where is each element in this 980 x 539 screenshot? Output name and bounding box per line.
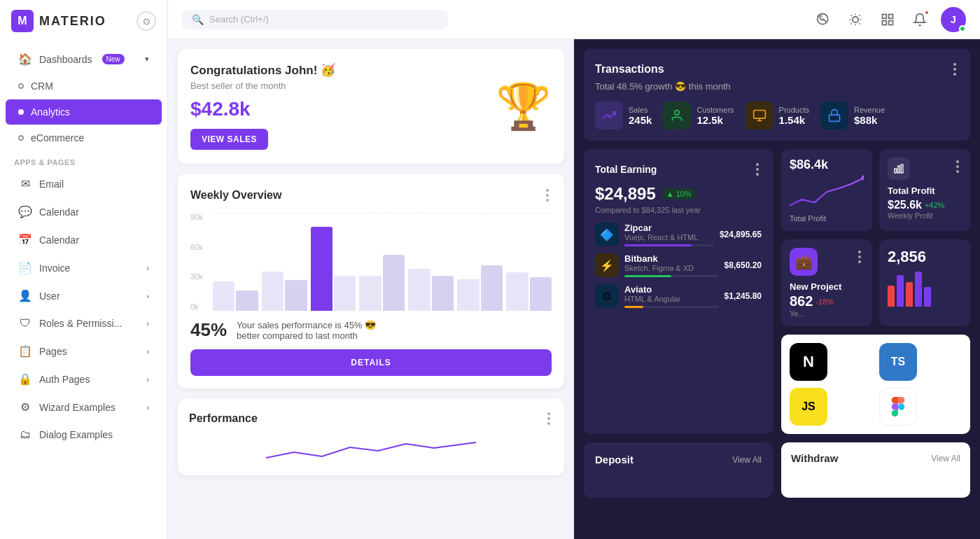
revenue-label: Revenue: [854, 106, 885, 114]
more-options-button[interactable]: [855, 248, 864, 266]
sidebar-item-dashboards[interactable]: 🏠 Dashboards New ▾: [6, 46, 162, 73]
performance-card: Performance: [178, 398, 564, 475]
sidebar-collapse-button[interactable]: ⊙: [136, 11, 156, 31]
sidebar-item-calendar[interactable]: 📅 Calendar: [6, 226, 162, 253]
mini-bar: [906, 282, 913, 307]
translate-icon[interactable]: [812, 8, 834, 31]
performance-content: [189, 436, 553, 464]
sidebar-item-dialog[interactable]: 🗂 Dialog Examples: [6, 421, 162, 448]
revenue-stat-text: Revenue $88k: [854, 106, 885, 126]
sidebar-item-label: Analytics: [31, 106, 70, 118]
customers-label: Customers: [696, 106, 734, 114]
tech-logos-card: N TS JS: [781, 335, 970, 434]
zipcar-progress-bg: [624, 244, 714, 246]
sidebar-item-pages[interactable]: 📋 Pages ›: [6, 337, 162, 365]
sidebar-item-chat[interactable]: 💬 Calendar: [6, 198, 162, 225]
sidebar-item-crm[interactable]: CRM: [6, 74, 162, 99]
profit-amount: $25.6k: [888, 199, 922, 211]
deposit-view-all[interactable]: View All: [732, 455, 762, 465]
earning-amount: $24,895: [595, 184, 656, 204]
bar-group-6: [457, 265, 503, 311]
sidebar-item-ecommerce[interactable]: eCommerce: [6, 125, 162, 150]
profit-amount-row: $25.6k +42%: [888, 199, 962, 211]
next-logo: N: [790, 343, 827, 381]
grid-icon[interactable]: [876, 8, 899, 31]
svg-rect-11: [901, 164, 903, 173]
new-project-card: 💼 New Project 862 -18% Ye...: [781, 239, 872, 326]
sidebar-item-email[interactable]: ✉ Email: [6, 170, 162, 197]
bar-light-2: [383, 255, 405, 311]
chevron-right-icon: ›: [146, 292, 149, 300]
sidebar-item-label: Dashboards: [39, 54, 92, 65]
sidebar-item-invoice[interactable]: 📄 Invoice ›: [6, 254, 162, 281]
profit-title: Total Profit: [888, 186, 962, 196]
customers-icon-box: [663, 102, 691, 130]
bell-icon[interactable]: [909, 8, 931, 31]
withdraw-view-all[interactable]: View All: [931, 454, 960, 463]
bitbank-sub: Sketch, Figma & XD: [624, 264, 719, 272]
bar-group-2: [262, 272, 307, 311]
project-number-row: 💼 New Project 862 -18% Ye...: [781, 239, 970, 326]
invoice-icon: 📄: [18, 261, 32, 274]
chevron-right-icon: ›: [146, 319, 149, 328]
total-earning-card: Total Earning $24,895 ▲ 10% Compared to …: [584, 149, 773, 434]
svg-rect-7: [829, 115, 839, 121]
more-options-button[interactable]: [753, 160, 762, 178]
profit-growth: +42%: [925, 201, 944, 209]
sidebar-item-auth[interactable]: 🔒 Auth Pages ›: [6, 365, 162, 393]
bitbank-amount: $8,650.20: [724, 260, 762, 270]
revenue-icon-box: [820, 102, 848, 130]
y-label-30k: 30k: [190, 272, 203, 281]
logo-icon: M: [11, 10, 34, 32]
chevron-down-icon: ▾: [145, 55, 149, 64]
np-sub: Ye...: [790, 309, 864, 318]
sidebar-item-roles[interactable]: 🛡 Roles & Permissi... ›: [6, 310, 162, 337]
dot-icon: [18, 135, 24, 141]
withdraw-card: Withdraw View All: [781, 442, 970, 498]
view-sales-button[interactable]: VIEW SALES: [190, 129, 268, 150]
avatar[interactable]: J: [941, 7, 966, 32]
total-profit-text-card: Total Profit $25.6k +42% Weekly Profit: [879, 149, 970, 231]
brightness-icon[interactable]: [844, 8, 867, 31]
zipcar-amount: $24,895.65: [720, 230, 762, 239]
sidebar-item-wizard[interactable]: ⚙ Wizard Examples ›: [6, 393, 162, 421]
weekly-footer: 45% Your sales performance is 45% 😎bette…: [190, 319, 552, 341]
wizard-icon: ⚙: [18, 400, 32, 414]
emoji: 😎: [675, 81, 686, 92]
chevron-right-icon: ›: [146, 347, 149, 356]
figma-logo: [879, 388, 917, 426]
details-button[interactable]: DETAILS: [190, 349, 552, 376]
more-options-button[interactable]: [953, 158, 962, 176]
chevron-right-icon: ›: [146, 403, 149, 412]
pages-icon: 📋: [18, 344, 32, 358]
aviato-icon: ⚙: [595, 284, 619, 308]
aviato-name: Aviato: [624, 284, 719, 295]
sidebar: M MATERIO ⊙ 🏠 Dashboards New ▾ CRM Analy…: [0, 0, 168, 539]
deposit-title: Deposit: [595, 454, 634, 465]
more-options-button[interactable]: [951, 60, 959, 78]
sidebar-item-label: Calendar: [39, 234, 79, 246]
calendar-icon: 📅: [18, 233, 32, 246]
profit-text-header: [888, 158, 962, 180]
bitbank-icon: ⚡: [595, 253, 619, 277]
svg-rect-9: [895, 169, 897, 173]
chevron-right-icon: ›: [146, 375, 149, 384]
total-profit-label: Total Profit: [790, 214, 864, 223]
dot-icon: [18, 83, 24, 89]
transactions-header: Transactions: [595, 60, 959, 78]
sidebar-item-user[interactable]: 👤 User ›: [6, 282, 162, 309]
mini-bar-chart: [888, 272, 962, 307]
products-value: 1.54k: [779, 114, 809, 126]
dialog-icon: 🗂: [18, 428, 32, 441]
bar-light: [213, 281, 234, 311]
sidebar-item-label: CRM: [31, 80, 53, 92]
svg-rect-3: [883, 20, 887, 24]
search-bar[interactable]: 🔍 Search (Ctrl+/): [182, 10, 448, 29]
more-options-button[interactable]: [545, 410, 553, 428]
y-axis-labels: 90k 60k 30k 0k: [190, 213, 207, 311]
more-options-button[interactable]: [543, 186, 552, 204]
trophy-emoji: 🏆: [496, 84, 552, 129]
zipcar-info: Zipcar Vuejs, React & HTML: [624, 223, 714, 246]
sidebar-item-analytics[interactable]: Analytics: [6, 99, 162, 125]
bitbank-info: Bitbank Sketch, Figma & XD: [624, 253, 719, 277]
